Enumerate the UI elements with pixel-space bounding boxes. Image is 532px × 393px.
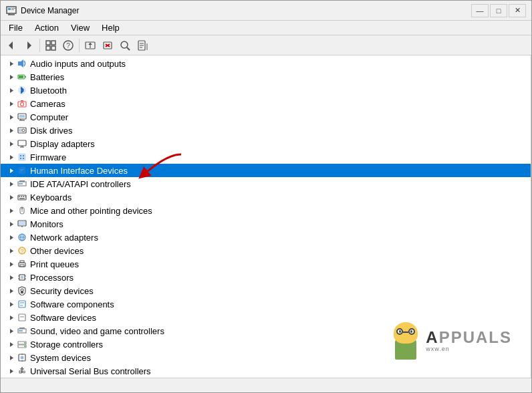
device-icon-8 — [17, 165, 27, 176]
expander-icon-22[interactable] — [6, 352, 17, 363]
expander-icon-12[interactable] — [6, 219, 17, 229]
status-bar — [1, 378, 531, 392]
svg-marker-59 — [10, 168, 13, 173]
expander-icon-8[interactable] — [6, 165, 17, 176]
scan-button[interactable] — [117, 37, 133, 53]
view-button[interactable] — [43, 37, 59, 53]
tree-item-12[interactable]: Monitors — [1, 217, 531, 231]
menu-bar: File Action View Help — [1, 21, 531, 35]
tree-item-8[interactable]: Human Interface Devices — [1, 164, 531, 177]
tree-item-1[interactable]: Batteries — [1, 70, 531, 84]
tree-item-21[interactable]: Storage controllers — [1, 338, 531, 351]
forward-button[interactable] — [21, 37, 37, 53]
tree-item-4[interactable]: Computer — [1, 110, 531, 124]
item-label-15: Print queues — [30, 259, 79, 269]
expander-icon-3[interactable] — [6, 98, 17, 109]
expander-icon-5[interactable] — [6, 125, 17, 136]
item-label-20: Sound, video and game controllers — [30, 326, 164, 336]
device-icon-0 — [17, 58, 27, 69]
expander-icon-13[interactable] — [6, 232, 17, 243]
svg-point-125 — [21, 356, 24, 360]
tree-item-22[interactable]: System devices — [1, 351, 531, 364]
help-button[interactable]: ? — [60, 37, 76, 53]
svg-rect-65 — [19, 180, 25, 182]
device-icon-22 — [17, 352, 27, 363]
expander-icon-15[interactable] — [6, 259, 17, 269]
expander-icon-4[interactable] — [6, 112, 17, 122]
tree-item-11[interactable]: Mice and other pointing devices — [1, 204, 531, 217]
tree-item-0[interactable]: Audio inputs and outputs — [1, 57, 531, 70]
svg-marker-112 — [10, 329, 13, 334]
expander-icon-17[interactable] — [6, 285, 17, 296]
svg-marker-96 — [10, 275, 13, 280]
tree-item-19[interactable]: Software devices — [1, 311, 531, 324]
close-button[interactable]: ✕ — [509, 4, 526, 17]
expander-icon-7[interactable] — [6, 152, 17, 162]
tree-item-10[interactable]: Keyboards — [1, 190, 531, 204]
device-icon-9 — [17, 178, 27, 189]
item-label-22: System devices — [30, 353, 91, 363]
tree-item-14[interactable]: ?Other devices — [1, 244, 531, 257]
expander-icon-6[interactable] — [6, 138, 17, 149]
tree-item-3[interactable]: Cameras — [1, 97, 531, 110]
tree-item-16[interactable]: Processors — [1, 271, 531, 284]
tree-item-13[interactable]: Network adapters — [1, 231, 531, 244]
item-label-6: Display adapters — [30, 139, 95, 149]
back-button[interactable] — [3, 37, 19, 53]
tree-item-9[interactable]: IDE ATA/ATAPI controllers — [1, 177, 531, 190]
expander-icon-19[interactable] — [6, 312, 17, 323]
item-label-12: Monitors — [30, 219, 63, 229]
item-label-10: Keyboards — [30, 192, 72, 203]
expander-icon-21[interactable] — [6, 339, 17, 350]
tree-item-20[interactable]: Sound, video and game controllers — [1, 324, 531, 338]
device-icon-18 — [17, 299, 27, 309]
update-driver-button[interactable] — [82, 37, 98, 53]
tree-item-17[interactable]: Security devices — [1, 284, 531, 297]
svg-marker-27 — [10, 61, 13, 66]
menu-action[interactable]: Action — [29, 21, 64, 34]
tree-item-15[interactable]: Print queues — [1, 257, 531, 271]
svg-marker-128 — [10, 369, 13, 374]
svg-point-20 — [121, 41, 128, 48]
svg-rect-32 — [25, 76, 26, 78]
device-icon-11 — [17, 205, 27, 216]
maximize-button[interactable]: □ — [490, 4, 507, 17]
svg-marker-34 — [10, 88, 13, 93]
tree-item-23[interactable]: Universal Serial Bus controllers — [1, 364, 531, 378]
expander-icon-23[interactable] — [6, 366, 17, 376]
uninstall-button[interactable] — [100, 37, 116, 53]
device-icon-12 — [17, 219, 27, 229]
menu-help[interactable]: Help — [96, 21, 125, 34]
expander-icon-1[interactable] — [6, 72, 17, 82]
tree-item-5[interactable]: Disk drives — [1, 124, 531, 137]
menu-view[interactable]: View — [65, 21, 95, 34]
tree-item-2[interactable]: Bluetooth — [1, 84, 531, 97]
svg-marker-109 — [10, 315, 13, 320]
expander-icon-2[interactable] — [6, 85, 17, 96]
tree-item-6[interactable]: Display adapters — [1, 137, 531, 150]
properties-button[interactable] — [134, 37, 150, 53]
device-icon-7 — [17, 152, 27, 162]
minimize-button[interactable]: — — [471, 4, 489, 17]
expander-icon-0[interactable] — [6, 58, 17, 69]
item-label-8: Human Interface Devices — [30, 166, 128, 176]
expander-icon-9[interactable] — [6, 178, 17, 189]
svg-rect-50 — [18, 140, 26, 146]
svg-rect-107 — [20, 302, 24, 303]
svg-rect-23 — [146, 43, 148, 50]
tree-item-18[interactable]: Software components — [1, 297, 531, 311]
svg-point-121 — [24, 342, 25, 344]
menu-file[interactable]: File — [3, 21, 28, 34]
expander-icon-18[interactable] — [6, 299, 17, 309]
device-icon-2 — [17, 85, 27, 96]
expander-icon-14[interactable] — [6, 245, 17, 256]
device-tree[interactable]: Audio inputs and outputsBatteriesBluetoo… — [1, 55, 531, 378]
expander-icon-16[interactable] — [6, 272, 17, 283]
svg-rect-131 — [19, 371, 21, 373]
device-icon-14: ? — [17, 245, 27, 256]
expander-icon-10[interactable] — [6, 192, 17, 203]
expander-icon-20[interactable] — [6, 325, 17, 336]
expander-icon-11[interactable] — [6, 205, 17, 216]
svg-marker-63 — [10, 182, 13, 186]
tree-item-7[interactable]: Firmware — [1, 150, 531, 164]
